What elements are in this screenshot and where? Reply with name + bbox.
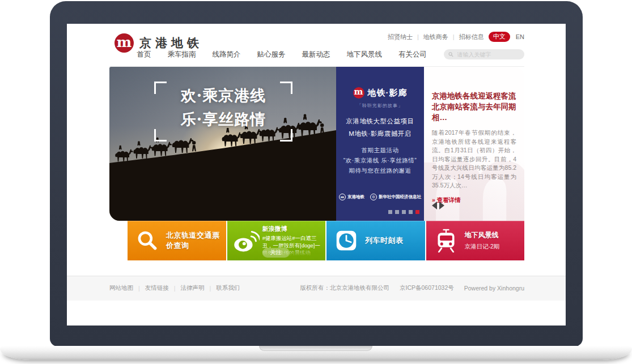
separator: | <box>453 33 455 40</box>
news-more-link[interactable]: » 查看详情 <box>432 196 516 204</box>
separator: | <box>174 285 176 292</box>
top-utility-links: 招贤纳士 | 地铁商务 | 招标信息 中文 EN <box>388 32 524 42</box>
lang-chinese-button[interactable]: 中文 <box>489 32 510 42</box>
frame-corner-icon <box>154 129 167 142</box>
powered-by: Powered by Xinhongru <box>464 285 524 292</box>
gallery-tagline: 「聆听光影的故事」 <box>336 102 424 109</box>
clock-icon <box>335 229 358 252</box>
tile-label: 列车时刻表 <box>365 235 404 246</box>
pager-dot[interactable] <box>409 210 413 214</box>
promo-line: 首期主题活动 <box>336 147 424 155</box>
hero-caption-line1: 欢·乘京港线 <box>163 84 283 108</box>
promo-line: 期待与您在丝路的邂逅 <box>336 167 424 175</box>
separator: | <box>417 33 419 40</box>
frame-corner-icon <box>154 82 167 94</box>
tile-title: 地下风景线 <box>465 230 500 240</box>
hero-slide-photo[interactable]: 欢·乘京港线 乐·享丝路情 <box>109 67 336 221</box>
train-icon <box>435 229 457 252</box>
tile-subtitle: 京港日记-2期 <box>465 243 500 251</box>
footer-link-legal[interactable]: 法律声明 <box>180 284 204 292</box>
nav-item-services[interactable]: 贴心服务 <box>257 50 286 59</box>
frame-corner-icon <box>280 82 292 94</box>
tile-label: 北京轨道交通票价查询 <box>166 230 226 251</box>
pager-dot[interactable] <box>402 210 406 214</box>
separator: | <box>138 285 140 292</box>
sponsor-logo-icon: m <box>339 194 346 200</box>
top-link-careers[interactable]: 招贤纳士 <box>388 33 413 41</box>
gallery-logo: m 地铁·影廊 <box>336 87 424 99</box>
news-nav-arrows <box>432 202 444 209</box>
prev-arrow-button[interactable] <box>432 202 437 209</box>
promo-line: M地铁·影廊震撼开启 <box>336 130 424 138</box>
magnifier-icon <box>136 229 159 252</box>
tile-underground-scenery[interactable]: 地下风景线 京港日记-2期 <box>426 221 525 260</box>
gallery-logo-text: 地铁·影廊 <box>368 88 408 99</box>
tile-text: 地下风景线 京港日记-2期 <box>465 230 500 251</box>
news-body: 随着2017年春节假期的结束，京港地铁所辖各线迎来返程客流。自1月31日（初四）… <box>432 129 516 190</box>
nav-item-lines[interactable]: 线路简介 <box>213 50 241 59</box>
promo-line: “欢·乘京港线 乐·享丝路情” <box>336 157 424 165</box>
tile-fare-query[interactable]: 北京轨道交通票价查询 <box>128 221 226 260</box>
nav-item-about[interactable]: 有关公司 <box>398 50 427 59</box>
footer-legal: 版权所有：北京京港地铁有限公司 京ICP备06071032号 Powered b… <box>300 284 524 292</box>
promo-line: 京港地铁大型公益项目 <box>336 117 424 126</box>
weibo-follow-button[interactable]: 关注 <box>262 248 290 258</box>
pager-dot[interactable] <box>388 210 392 214</box>
sponsor-name: 新华社中国经济信息社 <box>379 194 421 200</box>
hero-caption-line2: 乐·享丝路情 <box>163 108 283 131</box>
icp-number[interactable]: 京ICP备06071032号 <box>400 284 454 292</box>
hero-slide-caption: 欢·乘京港线 乐·享丝路情 <box>163 84 283 138</box>
weibo-title: 新浪微博 <box>262 225 321 233</box>
nav-item-news[interactable]: 最新动态 <box>302 50 330 59</box>
browser-screen: m 京港地铁 招贤纳士 | 地铁商务 | 招标信息 中文 EN 首页 乘车指南 … <box>67 24 566 326</box>
site-header: m 京港地铁 招贤纳士 | 地铁商务 | 招标信息 中文 EN 首页 乘车指南 … <box>67 24 566 67</box>
slide-pager <box>388 210 419 214</box>
footer-link-friendly[interactable]: 友情链接 <box>145 284 169 292</box>
site-footer: 网站地图 | 友情链接 | 法律声明 | 联系我们 版权所有：北京京港地铁有限公… <box>67 276 566 301</box>
next-arrow-button[interactable] <box>439 202 444 209</box>
pager-dot[interactable] <box>395 210 399 214</box>
sponsor-logo-icon: ☉ <box>370 194 377 200</box>
top-link-tenders[interactable]: 招标信息 <box>459 33 484 41</box>
news-title[interactable]: 京港地铁各线迎返程客流 北京南站客流与去年同期相… <box>432 91 516 123</box>
nav-item-home[interactable]: 首页 <box>137 50 151 59</box>
quick-link-tiles: 北京轨道交通票价查询 新浪微博 #健康搬运站#一白遮三丑，一胖毁所有[doge]… <box>128 221 524 260</box>
mtr-logo-icon: m <box>114 33 134 53</box>
weibo-icon <box>232 228 260 253</box>
tile-timetable[interactable]: 列车时刻表 <box>326 221 425 260</box>
footer-links: 网站地图 | 友情链接 | 法律声明 | 联系我们 <box>109 284 240 292</box>
promo-panel: m 地铁·影廊 「聆听光影的故事」 京港地铁大型公益项目 M地铁·影廊震撼开启 … <box>336 67 424 221</box>
brand-name: 京港地铁 <box>139 35 203 51</box>
frame-corner-icon <box>280 129 292 142</box>
copyright-text: 版权所有：北京京港地铁有限公司 <box>300 284 390 292</box>
sponsor-mtr: m 京港地铁 <box>339 194 364 200</box>
nav-item-ride-guide[interactable]: 乘车指南 <box>168 50 196 59</box>
news-panel: m 京港地铁各线迎返程客流 北京南站客流与去年同期相… 随着2017年春节假期的… <box>424 67 524 221</box>
search-input[interactable] <box>456 51 520 58</box>
footer-link-contact[interactable]: 联系我们 <box>216 284 240 292</box>
nav-item-underground-scenery[interactable]: 地下风景线 <box>347 50 383 59</box>
tile-weibo[interactable]: 新浪微博 #健康搬运站#一白遮三丑，一胖毁所有[doge]一组外网疯传的晨练动作… <box>227 221 326 260</box>
search-box[interactable] <box>444 49 524 59</box>
search-icon <box>448 52 453 57</box>
lang-english-button[interactable]: EN <box>516 33 524 40</box>
laptop-base-notch <box>259 346 372 351</box>
sponsor-xinhua: ☉ 新华社中国经济信息社 <box>370 194 421 200</box>
hero-section: 欢·乘京港线 乐·享丝路情 m 地铁·影廊 「聆听光影的故事」 京港地铁大型公益… <box>109 67 524 221</box>
main-nav: 首页 乘车指南 线路简介 贴心服务 最新动态 地下风景线 有关公司 <box>137 49 525 59</box>
sponsor-logos: m 京港地铁 ☉ 新华社中国经济信息社 <box>336 194 424 200</box>
sponsor-name: 京港地铁 <box>347 194 364 200</box>
top-link-business[interactable]: 地铁商务 <box>423 33 448 41</box>
pager-dot-active[interactable] <box>415 210 419 214</box>
separator: | <box>209 285 211 292</box>
footer-link-sitemap[interactable]: 网站地图 <box>109 284 133 292</box>
gallery-logo-icon: m <box>353 87 364 99</box>
